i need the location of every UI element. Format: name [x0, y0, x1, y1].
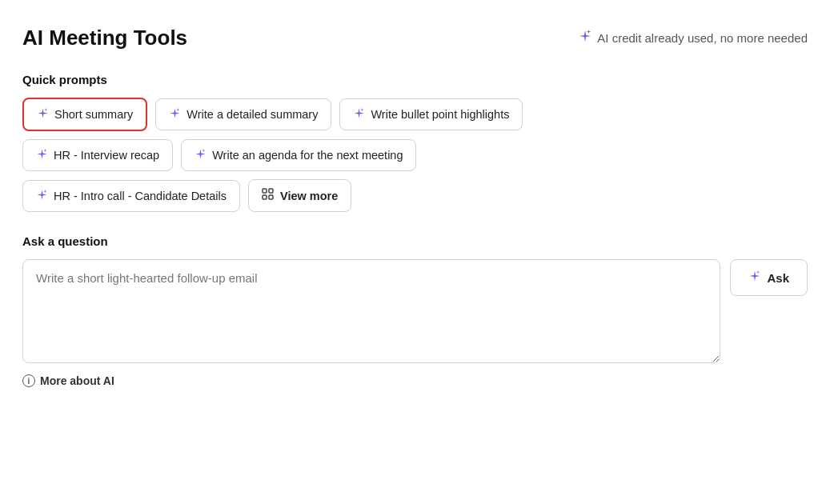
prompt-label: Write an agenda for the next meeting — [212, 149, 403, 162]
view-more-button[interactable]: View more — [248, 179, 351, 212]
page-header: AI Meeting Tools AI credit already used,… — [22, 26, 808, 50]
sparkle-icon — [578, 29, 592, 47]
prompt-hr-interview-recap[interactable]: HR - Interview recap — [22, 139, 173, 171]
sparkle-icon — [194, 148, 206, 162]
ask-button[interactable]: Ask — [730, 259, 808, 296]
prompt-bullet-highlights[interactable]: Write bullet point highlights — [339, 98, 523, 130]
ask-button-label: Ask — [767, 271, 789, 285]
prompt-label: HR - Intro call - Candidate Details — [54, 190, 227, 202]
ask-section: Ask a question Ask — [22, 234, 808, 363]
ai-credit-text: AI credit already used, no more needed — [597, 31, 808, 45]
sparkle-icon — [37, 107, 49, 122]
more-about-label: More about AI — [40, 374, 114, 387]
sparkle-icon — [169, 107, 181, 122]
prompt-label: Short summary — [54, 108, 133, 121]
prompt-short-summary[interactable]: Short summary — [22, 98, 147, 131]
svg-rect-1 — [269, 189, 273, 193]
ask-section-title: Ask a question — [22, 234, 808, 248]
prompts-row-3: HR - Intro call - Candidate Details View… — [22, 179, 808, 212]
prompt-hr-intro-call[interactable]: HR - Intro call - Candidate Details — [22, 180, 240, 212]
view-more-label: View more — [280, 190, 338, 202]
ask-row: Ask — [22, 259, 808, 363]
sparkle-icon — [36, 189, 48, 203]
svg-rect-0 — [263, 189, 267, 193]
sparkle-icon — [353, 107, 365, 122]
sparkle-icon — [36, 148, 48, 162]
prompt-label: Write a detailed summary — [186, 108, 318, 121]
prompt-label: HR - Interview recap — [54, 149, 159, 162]
info-icon: i — [22, 374, 35, 387]
ask-textarea[interactable] — [22, 259, 720, 363]
page-title: AI Meeting Tools — [22, 26, 187, 50]
prompt-agenda-next-meeting[interactable]: Write an agenda for the next meeting — [181, 139, 416, 171]
prompt-label: Write bullet point highlights — [371, 108, 509, 121]
quick-prompts-section: Quick prompts Short summary Write a deta… — [22, 73, 808, 212]
prompts-row-2: HR - Interview recap Write an agenda for… — [22, 139, 808, 171]
svg-rect-2 — [263, 195, 267, 199]
prompts-row-1: Short summary Write a detailed summary W… — [22, 98, 808, 131]
more-about-ai[interactable]: i More about AI — [22, 374, 808, 387]
sparkle-icon — [748, 270, 761, 286]
ai-credit-badge: AI credit already used, no more needed — [578, 29, 808, 47]
svg-rect-3 — [269, 195, 273, 199]
prompt-detailed-summary[interactable]: Write a detailed summary — [155, 98, 331, 130]
grid-icon — [262, 188, 275, 203]
quick-prompts-title: Quick prompts — [22, 73, 808, 86]
